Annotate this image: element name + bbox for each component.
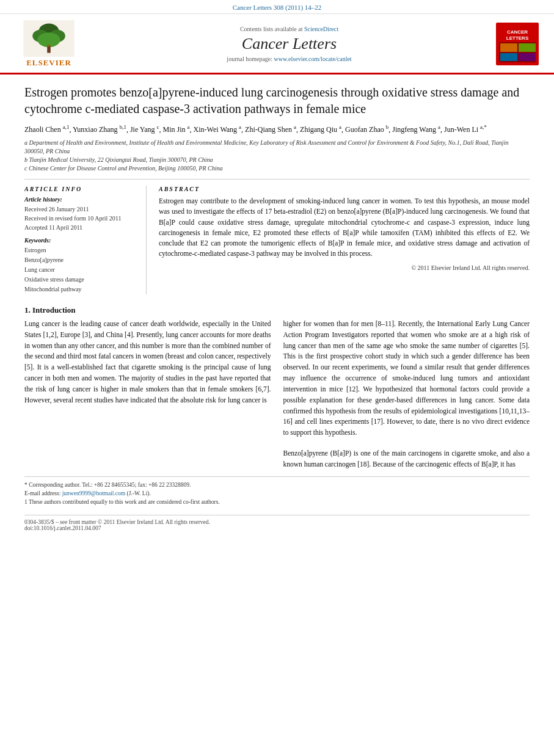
journal-header: ELSEVIER Contents lists available at Sci…	[0, 14, 554, 75]
svg-text:CANCER: CANCER	[507, 29, 528, 35]
affiliation-c: c Chinese Center for Disease Control and…	[24, 164, 530, 173]
keyword-4: Oxidative stress damage	[24, 275, 137, 285]
journal-center: Contents lists available at ScienceDirec…	[86, 26, 493, 62]
article-info-col: ARTICLE INFO Article history: Received 2…	[24, 186, 147, 294]
article-info-abstract: ARTICLE INFO Article history: Received 2…	[24, 186, 530, 294]
bottom-bar: 0304-3835/$ – see front matter © 2011 El…	[24, 515, 530, 531]
intro-left-col: Lung cancer is the leading cause of canc…	[24, 319, 271, 470]
abstract-col: ABSTRACT Estrogen may contribute to the …	[159, 186, 530, 294]
keyword-5: Mitochondrial pathway	[24, 285, 137, 294]
doi-text: doi:10.1016/j.canlet.2011.04.007	[24, 525, 530, 531]
svg-rect-13	[500, 53, 517, 61]
affiliation-b: b Tianjin Medical University, 22 Qixiang…	[24, 156, 530, 164]
introduction-section: 1. Introduction Lung cancer is the leadi…	[24, 305, 530, 470]
intro-right-text-2: Benzo[a]pyrene (B[a]P) is one of the mai…	[283, 448, 530, 470]
accepted-date: Accepted 11 April 2011	[24, 223, 137, 232]
revised-date: Received in revised form 10 April 2011	[24, 214, 137, 223]
intro-two-col: Lung cancer is the leading cause of canc…	[24, 319, 530, 470]
intro-heading: 1. Introduction	[24, 305, 530, 315]
abstract-text: Estrogen may contribute to the developme…	[159, 196, 530, 260]
homepage-url[interactable]: www.elsevier.com/locate/canlet	[274, 56, 352, 62]
svg-rect-14	[519, 53, 536, 61]
svg-rect-11	[500, 43, 517, 52]
affiliations: a Department of Health and Environment, …	[24, 139, 530, 173]
sciencedirect-link[interactable]: ScienceDirect	[304, 26, 338, 32]
intro-right-text: higher for women than for men [8–11]. Re…	[283, 319, 530, 438]
history-label: Article history:	[24, 196, 137, 203]
authors-text: Zhaoli Chen a,1, Yunxiao Zhang b,1, Jie …	[24, 125, 487, 134]
elsevier-logo-container: ELSEVIER	[12, 20, 86, 68]
affiliation-a: a Department of Health and Environment, …	[24, 139, 530, 156]
citation-text: Cancer Letters 308 (2011) 14–22	[233, 4, 322, 11]
sciencedirect-banner: Contents lists available at ScienceDirec…	[86, 26, 493, 32]
received-date: Received 26 January 2011	[24, 205, 137, 214]
authors: Zhaoli Chen a,1, Yunxiao Zhang b,1, Jie …	[24, 123, 530, 135]
citation-bar: Cancer Letters 308 (2011) 14–22	[0, 0, 554, 14]
footnote-email: E-mail address: junwen9999@hotmail.com (…	[24, 489, 530, 498]
cancer-letters-logo-container: CANCER LETTERS	[493, 23, 542, 65]
issn-text: 0304-3835/$ – see front matter © 2011 El…	[24, 519, 530, 525]
footnote-corresponding: * Corresponding author. Tel.: +86 22 846…	[24, 481, 530, 489]
svg-rect-12	[519, 43, 536, 52]
elsevier-tree-icon	[21, 20, 76, 57]
journal-title: Cancer Letters	[86, 35, 493, 53]
svg-rect-5	[47, 46, 51, 53]
journal-homepage: journal homepage: www.elsevier.com/locat…	[86, 56, 493, 62]
footnote-coauthors: 1 These authors contributed equally to t…	[24, 498, 530, 506]
abstract-label: ABSTRACT	[159, 186, 530, 192]
copyright-text: © 2011 Elsevier Ireland Ltd. All rights …	[159, 264, 530, 271]
article-info-label: ARTICLE INFO	[24, 186, 137, 192]
intro-right-col: higher for women than for men [8–11]. Re…	[283, 319, 530, 470]
intro-left-text: Lung cancer is the leading cause of canc…	[24, 319, 271, 406]
svg-point-6	[47, 45, 51, 47]
cancer-letters-logo-icon: CANCER LETTERS	[496, 23, 539, 65]
svg-text:LETTERS: LETTERS	[506, 35, 529, 41]
keyword-1: Estrogen	[24, 245, 137, 255]
elsevier-text: ELSEVIER	[26, 58, 71, 68]
footnotes: * Corresponding author. Tel.: +86 22 846…	[24, 476, 530, 507]
elsevier-logo: ELSEVIER	[12, 20, 86, 68]
divider	[24, 179, 530, 180]
email-link[interactable]: junwen9999@hotmail.com	[62, 490, 125, 496]
keyword-2: Benzo[a]pyrene	[24, 255, 137, 265]
article-title: Estrogen promotes benzo[a]pyrene-induced…	[24, 84, 530, 117]
keywords-label: Keywords:	[24, 237, 137, 244]
article-content: Estrogen promotes benzo[a]pyrene-induced…	[0, 75, 554, 543]
keyword-3: Lung cancer	[24, 265, 137, 275]
